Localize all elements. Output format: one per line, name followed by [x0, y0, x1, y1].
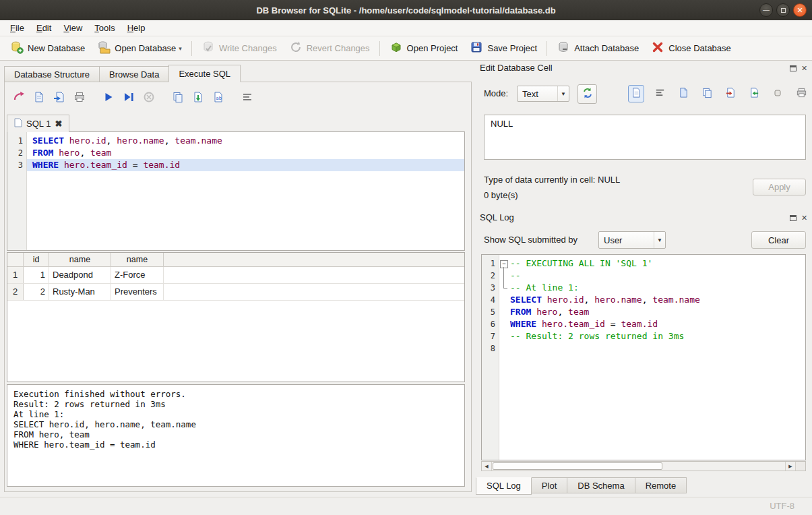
open-project-button[interactable]: Open Project: [383, 38, 464, 59]
code-line[interactable]: 2FROM hero, team: [7, 147, 464, 159]
code-line[interactable]: 6WHERE hero.team_id = team.id: [482, 318, 805, 330]
mode-combobox[interactable]: Text ▼: [517, 86, 569, 102]
print-icon: [796, 87, 807, 100]
maximize-button[interactable]: [776, 3, 790, 17]
save-sql-file-button[interactable]: [30, 89, 48, 107]
text-mode-button[interactable]: [628, 85, 644, 102]
code-line[interactable]: 5FROM hero, team: [482, 306, 805, 318]
menu-help[interactable]: Help: [121, 22, 152, 34]
attach-database-button[interactable]: Attach Database: [551, 38, 645, 59]
tab-database-structure[interactable]: Database Structure: [4, 66, 100, 82]
code-text: WHERE hero.team_id = team.id: [27, 159, 464, 171]
scrollbar-track[interactable]: [492, 462, 785, 471]
result-cell[interactable]: 2: [24, 284, 49, 300]
result-cell[interactable]: Rusty-Man: [49, 284, 111, 300]
menu-edit[interactable]: Edit: [30, 22, 57, 34]
row-number[interactable]: 1: [7, 267, 24, 283]
close-tab-icon[interactable]: ✖: [55, 119, 62, 128]
execute-line-button[interactable]: [119, 89, 137, 107]
word-wrap-button[interactable]: [652, 85, 668, 102]
scroll-left-icon[interactable]: ◀: [482, 462, 492, 471]
line-number: 8: [482, 342, 499, 355]
fold-gutter: [499, 342, 509, 355]
dock-tab-sql-log[interactable]: SQL Log: [476, 477, 532, 495]
result-cell[interactable]: Z-Force: [111, 267, 164, 283]
export-data-button[interactable]: [746, 85, 762, 102]
result-cell[interactable]: Deadpond: [49, 267, 111, 283]
code-line[interactable]: 3WHERE hero.team_id = team.id: [7, 159, 464, 171]
sql-doc-tab[interactable]: SQL 1 ✖: [7, 115, 69, 132]
new-database-button[interactable]: New Database: [4, 38, 91, 59]
column-header-id[interactable]: id: [24, 253, 49, 266]
save-sql-as-button[interactable]: [50, 89, 68, 107]
result-cell[interactable]: Preventers: [111, 284, 164, 300]
scrollbar-thumb[interactable]: [493, 462, 662, 470]
close-database-button[interactable]: Close Database: [645, 38, 737, 59]
float-panel-icon[interactable]: [790, 215, 797, 221]
code-line[interactable]: 4SELECT hero.id, hero.name, team.name: [482, 294, 805, 306]
save-project-button[interactable]: Save Project: [464, 38, 543, 59]
menubar: File Edit View Tools Help: [0, 20, 812, 36]
save-results-button[interactable]: [189, 89, 207, 107]
open-sql-file-button[interactable]: [9, 89, 28, 107]
stop-button: [139, 89, 158, 107]
code-line[interactable]: 1-- EXECUTING ALL IN 'SQL 1': [482, 258, 805, 270]
code-line[interactable]: 7-- Result: 2 rows returned in 3ms: [482, 330, 805, 342]
open-file-button[interactable]: [675, 85, 691, 102]
sql-editor[interactable]: 1SELECT hero.id, hero.name, team.name2FR…: [7, 131, 465, 251]
sql-token: hero: [536, 307, 557, 317]
print-cell-button[interactable]: [793, 85, 809, 102]
scroll-right-icon[interactable]: ▶: [785, 462, 795, 471]
stop-icon: [143, 91, 155, 105]
tab-browse-data[interactable]: Browse Data: [99, 66, 169, 82]
main-toolbar: New Database Open Database ▾ Write Chang…: [0, 36, 812, 61]
close-button[interactable]: ✕: [793, 3, 807, 17]
write-changes-button: Write Changes: [195, 38, 283, 59]
copy-cell-button[interactable]: [699, 85, 715, 102]
log-filter-combobox[interactable]: User ▼: [598, 231, 666, 249]
format-sql-button[interactable]: ab: [209, 89, 227, 107]
cell-editor[interactable]: NULL: [484, 115, 806, 160]
code-line[interactable]: 2--: [482, 270, 805, 282]
sql-doc-tab-label: SQL 1: [26, 119, 51, 129]
column-header-name[interactable]: name: [49, 253, 111, 266]
revert-changes-button: Revert Changes: [283, 38, 376, 59]
open-database-button[interactable]: Open Database ▾: [91, 38, 188, 59]
word-wrap-button[interactable]: [238, 89, 256, 107]
clear-log-button[interactable]: Clear: [751, 231, 806, 249]
row-number[interactable]: 2: [7, 284, 24, 300]
fold-marker: [499, 282, 509, 294]
minimize-button[interactable]: —: [759, 3, 773, 17]
titlebar[interactable]: DB Browser for SQLite - /home/user/code/…: [0, 0, 812, 20]
set-null-button[interactable]: [770, 85, 786, 102]
dock-tab-plot[interactable]: Plot: [531, 477, 567, 493]
result-cell[interactable]: 1: [24, 267, 49, 283]
execute-all-button[interactable]: [99, 89, 117, 107]
auto-switch-mode-button[interactable]: [577, 84, 597, 104]
dock-tab-db-schema[interactable]: DB Schema: [567, 477, 635, 493]
import-data-button[interactable]: [722, 85, 739, 102]
code-line[interactable]: 3-- At line 1:: [482, 282, 805, 294]
menu-view[interactable]: View: [57, 22, 88, 34]
sql-log-view[interactable]: 1-- EXECUTING ALL IN 'SQL 1'2--3-- At li…: [481, 254, 806, 460]
cell-type-info: Type of data currently in cell: NULL: [484, 175, 620, 185]
float-panel-icon[interactable]: [790, 65, 797, 71]
menu-file[interactable]: File: [4, 22, 30, 34]
horizontal-scrollbar[interactable]: ◀ ▶: [481, 461, 806, 471]
copy-results-button[interactable]: [168, 89, 187, 107]
menu-tools[interactable]: Tools: [88, 22, 121, 34]
tab-execute-sql[interactable]: Execute SQL: [168, 65, 241, 82]
result-row: 22Rusty-ManPreventers: [7, 284, 464, 301]
attach-database-label: Attach Database: [574, 43, 639, 53]
print-sql-button[interactable]: [70, 89, 88, 107]
close-database-icon: [651, 40, 664, 56]
code-line[interactable]: 1SELECT hero.id, hero.name, team.name: [7, 135, 464, 147]
column-header-name[interactable]: name: [111, 253, 164, 266]
code-line[interactable]: 8: [482, 342, 805, 355]
window-controls: — ✕: [759, 3, 807, 17]
close-panel-icon[interactable]: ✕: [801, 214, 807, 221]
dock-tab-remote[interactable]: Remote: [635, 477, 687, 493]
close-panel-icon[interactable]: ✕: [801, 65, 807, 71]
open-database-dropdown-arrow[interactable]: ▾: [179, 45, 182, 52]
fold-marker[interactable]: [499, 258, 509, 270]
